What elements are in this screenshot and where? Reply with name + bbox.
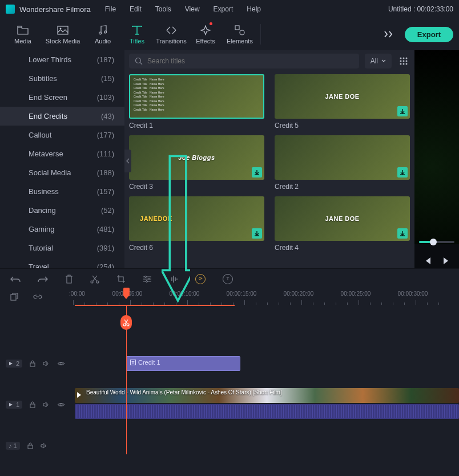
filter-select[interactable]: All	[365, 54, 392, 68]
app-title: Wondershare Filmora	[19, 5, 91, 14]
svg-point-7	[400, 58, 402, 59]
search-input[interactable]	[129, 54, 359, 68]
menu-export[interactable]: Export	[214, 5, 233, 13]
sidebar-item-lower-thirds[interactable]: Lower Thirds(187)	[0, 50, 124, 69]
music-icon	[98, 25, 107, 36]
audio-clip[interactable]	[75, 404, 459, 419]
timeline-link-button[interactable]	[33, 293, 42, 301]
transitions-icon	[166, 25, 177, 36]
track-type-audio-icon[interactable]: ♪1	[6, 442, 20, 450]
more-tabs-button[interactable]	[379, 31, 400, 38]
sidebar-item-end-credits[interactable]: End Credits(43)	[0, 107, 124, 126]
sidebar-item-tutorial[interactable]: Tutorial(391)	[0, 239, 124, 257]
grid-view-button[interactable]	[397, 55, 410, 67]
sidebar-item-metaverse[interactable]: Metaverse(111)	[0, 144, 124, 163]
svg-point-1	[60, 27, 62, 29]
redo-button[interactable]	[38, 275, 48, 283]
speed-button[interactable]: ⟳	[195, 274, 206, 284]
title-clip[interactable]: TCredit 1	[126, 356, 240, 371]
sidebar-item-business[interactable]: Business(157)	[0, 182, 124, 201]
timeline-copy-button[interactable]	[10, 293, 18, 301]
mute-icon[interactable]	[43, 402, 50, 408]
sidebar-item-gaming[interactable]: Gaming(481)	[0, 220, 124, 239]
lock-icon[interactable]	[30, 360, 35, 367]
gallery-item[interactable]: Credit Title Name HereCredit Title Name …	[129, 74, 264, 130]
sidebar-item-social-media[interactable]: Social Media(188)	[0, 163, 124, 182]
menu-file[interactable]: File	[105, 5, 116, 13]
audio-edit-button[interactable]	[169, 275, 178, 283]
svg-point-14	[403, 63, 405, 65]
delete-button[interactable]	[65, 275, 73, 284]
timeline-ruler[interactable]: :00:00 00:00:05:00 00:00:10:00 00:00:15:…	[73, 289, 459, 305]
gallery-item-label: Credit 6	[129, 244, 264, 252]
timeline: :00:00 00:00:05:00 00:00:10:00 00:00:15:…	[0, 289, 459, 476]
volume-slider[interactable]	[419, 241, 454, 243]
marker-button[interactable]: T	[223, 274, 233, 284]
prev-frame-button[interactable]	[424, 257, 431, 265]
menu-help[interactable]: Help	[247, 5, 261, 13]
menu-view[interactable]: View	[185, 5, 200, 13]
tab-transitions[interactable]: Transitions	[154, 20, 188, 49]
gallery-item[interactable]: Joe Bloggs Credit 3	[129, 135, 264, 191]
menu-tools[interactable]: Tools	[155, 5, 171, 13]
main-toolbar: Media Stock Media Audio Titles Transitio…	[0, 18, 459, 50]
gallery-item-label: Credit 5	[275, 122, 410, 130]
gallery-item[interactable]: JANE DOE Credit 5	[275, 74, 410, 130]
tab-media[interactable]: Media	[6, 20, 40, 49]
lock-icon[interactable]	[30, 401, 35, 408]
playhead[interactable]	[126, 305, 127, 454]
svg-rect-4	[235, 26, 239, 30]
sidebar-item-travel[interactable]: Travel(254)	[0, 257, 124, 268]
tab-audio[interactable]: Audio	[86, 20, 120, 49]
gallery-item[interactable]: JANE DOE Credit 4	[275, 196, 410, 252]
svg-rect-24	[30, 363, 35, 366]
lock-icon[interactable]	[27, 442, 33, 449]
gallery-item[interactable]: JANEDOE Credit 6	[129, 196, 264, 252]
sidebar-item-dancing[interactable]: Dancing(52)	[0, 201, 124, 220]
undo-button[interactable]	[10, 275, 21, 283]
visibility-icon[interactable]	[57, 361, 65, 366]
svg-rect-26	[30, 404, 35, 408]
next-frame-button[interactable]	[443, 257, 450, 265]
menu-edit[interactable]: Edit	[130, 5, 142, 13]
gallery-item-label: Credit 2	[275, 183, 410, 191]
tab-elements[interactable]: Elements	[223, 20, 257, 49]
export-button[interactable]: Export	[405, 27, 453, 42]
picture-icon	[57, 25, 69, 36]
download-icon[interactable]	[397, 228, 408, 239]
adjust-button[interactable]	[143, 275, 152, 283]
tab-stock-media[interactable]: Stock Media	[40, 20, 86, 49]
gallery-item[interactable]: Credit 2	[275, 135, 410, 191]
tab-titles[interactable]: Titles	[120, 20, 154, 49]
svg-point-5	[240, 30, 244, 35]
visibility-icon[interactable]	[57, 402, 65, 408]
download-icon[interactable]	[252, 167, 262, 178]
crop-button[interactable]	[116, 275, 126, 284]
svg-point-12	[406, 60, 408, 62]
video-clip[interactable]: Beautiful World - Wild Animals (Petar Mi…	[75, 388, 459, 403]
split-button[interactable]	[90, 275, 99, 284]
category-sidebar: Lower Thirds(187) Subtitles(15) End Scre…	[0, 50, 124, 268]
collapse-sidebar-button[interactable]	[124, 150, 131, 172]
svg-point-27	[60, 404, 62, 406]
download-icon[interactable]	[397, 167, 408, 178]
gallery-item-label: Credit 4	[275, 244, 410, 252]
track-type-video-icon[interactable]: 1	[6, 401, 22, 409]
sidebar-item-callout[interactable]: Callout(177)	[0, 126, 124, 144]
sidebar-item-subtitles[interactable]: Subtitles(15)	[0, 69, 124, 88]
mute-icon[interactable]	[41, 443, 47, 449]
download-icon[interactable]	[252, 228, 262, 239]
chevron-down-icon	[381, 59, 386, 63]
svg-point-19	[148, 278, 150, 280]
download-icon[interactable]	[397, 106, 408, 116]
cut-handle-icon[interactable]	[120, 315, 132, 330]
sidebar-item-end-screen[interactable]: End Screen(103)	[0, 88, 124, 107]
track-type-video-icon[interactable]: 2	[6, 360, 22, 368]
preview-canvas[interactable]	[414, 50, 459, 244]
svg-point-8	[403, 58, 405, 59]
svg-point-9	[406, 58, 408, 59]
preview-panel	[414, 50, 459, 268]
title-bar: Wondershare Filmora File Edit Tools View…	[0, 0, 459, 18]
mute-icon[interactable]	[43, 361, 50, 366]
tab-effects[interactable]: Effects	[188, 20, 223, 49]
